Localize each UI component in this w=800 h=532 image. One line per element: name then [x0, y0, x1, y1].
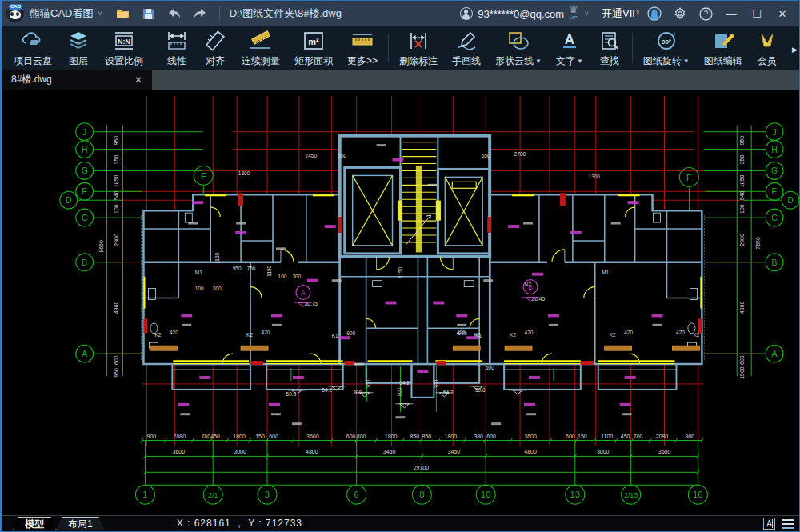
toolbar-overflow-icon[interactable]: ▶	[792, 46, 798, 54]
user-avatar-icon	[460, 7, 473, 20]
svg-text:300: 300	[434, 379, 439, 388]
toolbar-button-continuous-measure[interactable]: 连续测量	[234, 28, 287, 68]
svg-text:650: 650	[482, 153, 490, 158]
app-logo-panda-icon: CAD	[6, 5, 24, 22]
redo-icon[interactable]	[190, 5, 210, 22]
svg-text:E: E	[772, 187, 778, 196]
tab-close-icon[interactable]: ✕	[131, 74, 146, 86]
toolbar-button-more[interactable]: 更多>>	[340, 28, 385, 68]
toolbar-button-member[interactable]: 会员	[750, 28, 778, 68]
svg-text:1300: 1300	[238, 170, 250, 176]
svg-text:100: 100	[195, 286, 204, 291]
svg-text:150: 150	[578, 434, 587, 439]
open-vip-button[interactable]: 开通VIP	[602, 6, 639, 21]
toolbar-button-layers[interactable]: 图层	[59, 28, 98, 68]
svg-text:600: 600	[566, 434, 575, 439]
svg-text:350: 350	[739, 155, 745, 165]
layout1-tab[interactable]: 布局1	[56, 517, 105, 530]
svg-text:N7: N7	[525, 282, 532, 287]
app-menu-chevron-icon[interactable]: ˅	[98, 10, 102, 18]
svg-text:16: 16	[693, 490, 703, 499]
toolbar-button-drawing-edit[interactable]: 图纸编辑	[697, 28, 750, 68]
svg-text:F: F	[686, 173, 692, 182]
svg-text:2900: 2900	[114, 234, 119, 246]
svg-text:550: 550	[338, 153, 346, 158]
svg-text:1500: 1500	[739, 366, 745, 379]
svg-text:300: 300	[353, 390, 362, 395]
scale-ratio-icon: N:N	[110, 30, 138, 54]
document-tab-label: 8#楼.dwg	[11, 73, 131, 86]
feedback-icon[interactable]	[644, 5, 665, 22]
svg-text:800: 800	[357, 434, 366, 439]
svg-text:4800: 4800	[306, 449, 318, 454]
svg-text:1850: 1850	[114, 174, 119, 187]
toolbar-button-set-scale[interactable]: N:N 设置比例	[98, 28, 150, 68]
svg-text:J: J	[82, 128, 86, 137]
help-icon[interactable]: ?	[695, 5, 716, 22]
list-menu-icon[interactable]	[782, 519, 794, 529]
svg-text:950: 950	[114, 368, 119, 378]
account-email: 93******0@qq.com	[478, 8, 564, 20]
toolbar-button-delete-annotation[interactable]: 删除标注	[392, 28, 445, 68]
account-area[interactable]: 93******0@qq.com ♛VIP ˅ 开通VIP	[460, 6, 639, 22]
svg-text:420: 420	[624, 330, 633, 335]
close-button[interactable]: ✕	[772, 5, 793, 22]
svg-text:8: 8	[419, 490, 424, 499]
svg-text:900: 900	[686, 434, 695, 439]
toolbar-button-freehand-line[interactable]: 手画线	[445, 28, 488, 68]
svg-text:8650: 8650	[98, 240, 104, 253]
cad-drawing-canvas[interactable]: 9002080780450180015060036006008001800850…	[2, 90, 799, 515]
cursor-coordinates: X : 628161 ， Y : 712733	[177, 517, 302, 530]
svg-text:2450: 2450	[306, 153, 318, 158]
svg-text:10: 10	[481, 490, 491, 499]
delete-annotation-icon	[406, 30, 430, 54]
open-folder-icon[interactable]	[113, 5, 134, 22]
save-icon[interactable]	[138, 5, 159, 22]
maximize-button[interactable]: ☐	[746, 5, 767, 22]
undo-icon[interactable]	[164, 5, 185, 22]
svg-text:540: 540	[739, 190, 745, 200]
toolbar-button-text[interactable]: A 文字▼	[549, 28, 590, 68]
svg-text:3600: 3600	[524, 434, 537, 439]
svg-text:3450: 3450	[383, 449, 396, 454]
toolbar-button-find[interactable]: 查找	[590, 28, 629, 68]
vip-chevron-icon[interactable]: ˅	[585, 10, 589, 18]
toolbar-button-rotate-drawing[interactable]: 90° 图纸旋转▼	[636, 28, 697, 68]
svg-text:420: 420	[262, 330, 270, 335]
document-tab[interactable]: 8#楼.dwg ✕	[2, 70, 152, 90]
svg-text:54.2: 54.2	[443, 390, 454, 395]
svg-text:2/1: 2/1	[208, 491, 218, 499]
svg-text:?: ?	[703, 10, 708, 18]
svg-text:600: 600	[739, 355, 745, 365]
app-window: CAD 熊猫CAD看图 ˅ D:\图纸文件夹\8#楼.dwg 93******0…	[0, 0, 800, 532]
svg-text:540: 540	[114, 190, 119, 200]
cloud-disk-icon	[21, 30, 45, 54]
toolbar-separator	[154, 33, 154, 63]
svg-text:3600: 3600	[658, 449, 671, 454]
svg-text:420: 420	[676, 330, 685, 335]
svg-text:A: A	[772, 350, 778, 358]
text-style-icon[interactable]: A	[763, 518, 775, 530]
titlebar-separator	[219, 6, 220, 21]
model-tab[interactable]: 模型	[13, 517, 56, 530]
toolbar-button-shape-cloud[interactable]: 形状云线▼	[488, 28, 549, 68]
svg-text:1150: 1150	[214, 252, 220, 263]
svg-text:780: 780	[201, 434, 210, 439]
minimize-button[interactable]: —	[721, 5, 742, 22]
svg-text:1150: 1150	[266, 265, 272, 276]
svg-text:54.2: 54.2	[322, 387, 332, 393]
settings-gear-icon[interactable]	[670, 5, 690, 22]
svg-text:2080: 2080	[656, 434, 669, 439]
svg-text:2080: 2080	[174, 434, 186, 439]
toolbar-button-rect-area[interactable]: m² 矩形面积	[287, 28, 340, 68]
svg-text:850: 850	[422, 434, 432, 439]
svg-text:M1: M1	[195, 270, 202, 275]
svg-text:4800: 4800	[524, 449, 537, 454]
svg-text:K2: K2	[693, 332, 699, 338]
svg-text:K2: K2	[154, 332, 161, 338]
toolbar-button-linear-measure[interactable]: 线性	[158, 28, 196, 68]
toolbar-button-project-cloud[interactable]: 项目云盘	[6, 28, 59, 68]
svg-text:950: 950	[739, 136, 745, 146]
toolbar-button-align[interactable]: 对齐	[196, 28, 234, 68]
svg-text:850: 850	[410, 434, 420, 439]
